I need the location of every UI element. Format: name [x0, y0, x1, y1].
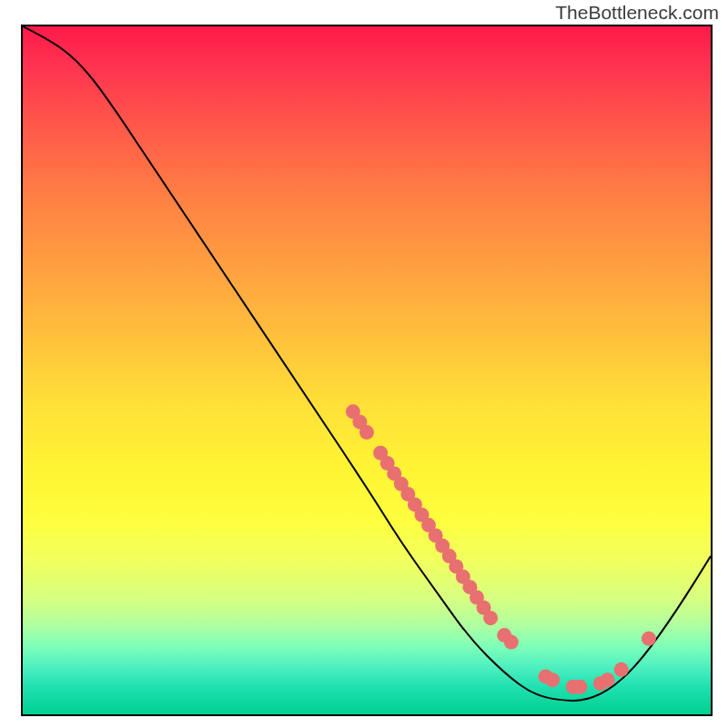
data-marker	[483, 611, 498, 625]
plot-area	[21, 25, 713, 716]
chart-svg	[23, 26, 711, 714]
chart-container: TheBottleneck.com	[0, 0, 728, 728]
curve-line	[23, 26, 711, 701]
data-marker	[545, 672, 560, 687]
data-marker	[359, 425, 374, 440]
data-marker	[614, 662, 629, 677]
data-marker	[601, 672, 615, 687]
data-markers	[346, 404, 656, 693]
data-marker	[504, 635, 519, 650]
data-marker	[642, 632, 656, 646]
watermark-text: TheBottleneck.com	[555, 2, 719, 24]
data-marker	[572, 680, 587, 694]
